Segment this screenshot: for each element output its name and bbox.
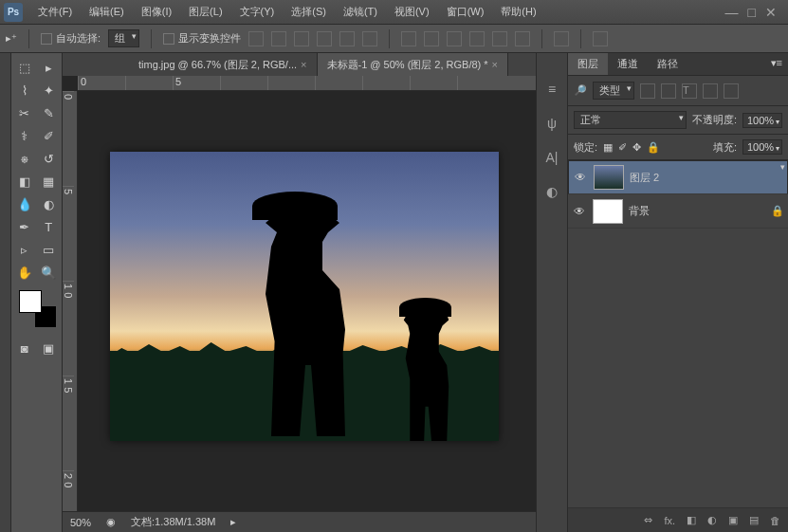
close-tab-icon[interactable]: × bbox=[492, 59, 498, 70]
fx-icon[interactable]: fx. bbox=[664, 515, 675, 526]
screenmode-tool[interactable]: ▣ bbox=[38, 338, 61, 358]
align-icon[interactable] bbox=[294, 31, 309, 46]
close-tab-icon[interactable]: × bbox=[301, 59, 306, 70]
maximize-icon[interactable]: □ bbox=[748, 5, 756, 20]
minimize-icon[interactable]: — bbox=[725, 5, 739, 20]
blend-mode-dropdown[interactable]: 正常 bbox=[574, 111, 687, 129]
filter-smart-icon[interactable] bbox=[724, 83, 739, 99]
auto-select-checkbox[interactable]: 自动选择: bbox=[41, 31, 101, 46]
filter-shape-icon[interactable] bbox=[703, 83, 718, 99]
fill-input[interactable]: 100% bbox=[742, 139, 782, 155]
shape-tool[interactable]: ▭ bbox=[38, 239, 61, 260]
close-icon[interactable]: ✕ bbox=[765, 5, 777, 20]
doc-size[interactable]: 文档:1.38M/1.38M bbox=[131, 515, 215, 529]
pen-tool[interactable]: ✒ bbox=[13, 216, 36, 237]
menu-layer[interactable]: 图层(L) bbox=[181, 2, 229, 22]
char-panel-icon[interactable]: ψ bbox=[547, 116, 557, 131]
layer-row[interactable]: 👁 图层 2 bbox=[568, 160, 788, 194]
distribute-icon[interactable] bbox=[492, 31, 507, 46]
filter-type-icon[interactable]: T bbox=[682, 83, 697, 99]
blur-tool[interactable]: 💧 bbox=[13, 193, 36, 214]
panel-menu-icon[interactable]: ▾≡ bbox=[765, 53, 788, 75]
doc-tab[interactable]: timg.jpg @ 66.7% (图层 2, RGB/...× bbox=[129, 53, 318, 76]
filter-pixel-icon[interactable] bbox=[640, 83, 655, 99]
menu-help[interactable]: 帮助(H) bbox=[493, 2, 543, 22]
group-icon[interactable]: ▣ bbox=[728, 514, 738, 526]
align-icon[interactable] bbox=[271, 31, 286, 46]
panel-tab-channels[interactable]: 通道 bbox=[608, 53, 648, 75]
show-transform-checkbox[interactable]: 显示变换控件 bbox=[163, 31, 241, 46]
quickmask-tool[interactable]: ◙ bbox=[13, 338, 36, 358]
doc-tab[interactable]: 未标题-1 @ 50% (图层 2, RGB/8) *× bbox=[318, 53, 509, 76]
layer-thumbnail[interactable] bbox=[594, 165, 624, 190]
wand-tool[interactable]: ✦ bbox=[38, 80, 61, 101]
layer-row[interactable]: 👁 背景 🔒 bbox=[568, 194, 788, 229]
lock-transparency-icon[interactable]: ▦ bbox=[603, 141, 613, 154]
canvas[interactable] bbox=[110, 152, 499, 441]
arrange-icon[interactable] bbox=[554, 31, 569, 46]
move-tool[interactable]: ▸ bbox=[38, 57, 61, 78]
paragraph-panel-icon[interactable]: A| bbox=[546, 150, 559, 165]
marquee-tool[interactable]: ⬚ bbox=[13, 57, 36, 78]
zoom-tool[interactable]: 🔍 bbox=[38, 262, 61, 283]
align-icon[interactable] bbox=[362, 31, 377, 46]
menu-image[interactable]: 图像(I) bbox=[134, 2, 179, 22]
menu-file[interactable]: 文件(F) bbox=[30, 2, 80, 22]
distribute-icon[interactable] bbox=[447, 31, 462, 46]
adjustment-icon[interactable]: ◐ bbox=[707, 514, 717, 526]
delete-icon[interactable]: 🗑 bbox=[770, 515, 780, 526]
history-panel-icon[interactable]: ≡ bbox=[548, 82, 556, 97]
link-icon[interactable]: ⇔ bbox=[644, 514, 652, 526]
history-brush-tool[interactable]: ↺ bbox=[38, 148, 61, 169]
menu-view[interactable]: 视图(V) bbox=[387, 2, 437, 22]
dodge-tool[interactable]: ◐ bbox=[38, 193, 61, 214]
visibility-icon[interactable]: 👁 bbox=[573, 171, 588, 184]
menu-select[interactable]: 选择(S) bbox=[284, 2, 334, 22]
lock-position-icon[interactable]: ✥ bbox=[632, 141, 641, 154]
type-tool[interactable]: T bbox=[38, 216, 61, 237]
crop-tool[interactable]: ✂ bbox=[13, 102, 36, 123]
color-swatches[interactable] bbox=[19, 290, 57, 328]
zoom-level[interactable]: 50% bbox=[70, 517, 91, 528]
lock-pixels-icon[interactable]: ✐ bbox=[618, 141, 627, 154]
status-icon[interactable]: ◉ bbox=[106, 516, 116, 528]
properties-panel-icon[interactable]: ◐ bbox=[546, 184, 558, 199]
visibility-icon[interactable]: 👁 bbox=[572, 205, 587, 218]
search-icon[interactable]: 🔎 bbox=[574, 84, 587, 97]
mask-icon[interactable]: ◧ bbox=[687, 514, 696, 526]
left-dock-tab[interactable] bbox=[0, 53, 11, 532]
lock-all-icon[interactable]: 🔒 bbox=[647, 141, 660, 154]
menu-type[interactable]: 文字(Y) bbox=[232, 2, 283, 22]
opacity-input[interactable]: 100% bbox=[742, 113, 782, 128]
filter-adjust-icon[interactable] bbox=[661, 83, 676, 99]
filter-type-dropdown[interactable]: 类型 bbox=[593, 82, 634, 100]
move-tool-icon[interactable]: ▸⁺ bbox=[6, 32, 17, 45]
layer-name[interactable]: 图层 2 bbox=[630, 171, 659, 185]
panel-tab-paths[interactable]: 路径 bbox=[648, 53, 687, 75]
align-icon[interactable] bbox=[339, 31, 355, 46]
distribute-icon[interactable] bbox=[401, 31, 416, 46]
eraser-tool[interactable]: ◧ bbox=[13, 171, 36, 192]
status-arrow-icon[interactable]: ▸ bbox=[230, 516, 236, 528]
path-tool[interactable]: ▹ bbox=[13, 239, 36, 260]
distribute-icon[interactable] bbox=[424, 31, 439, 46]
layer-name[interactable]: 背景 bbox=[629, 204, 650, 218]
mode-icon[interactable] bbox=[593, 31, 608, 46]
brush-tool[interactable]: ✐ bbox=[38, 125, 61, 146]
align-icon[interactable] bbox=[248, 31, 264, 46]
gradient-tool[interactable]: ▦ bbox=[38, 171, 61, 192]
layer-thumbnail[interactable] bbox=[593, 199, 623, 224]
menu-filter[interactable]: 滤镜(T) bbox=[336, 2, 385, 22]
auto-select-dropdown[interactable]: 组 bbox=[108, 29, 139, 47]
eyedropper-tool[interactable]: ✎ bbox=[38, 102, 61, 123]
menu-edit[interactable]: 编辑(E) bbox=[82, 2, 132, 22]
new-layer-icon[interactable]: ▤ bbox=[749, 514, 759, 526]
hand-tool[interactable]: ✋ bbox=[13, 262, 36, 283]
distribute-icon[interactable] bbox=[515, 31, 530, 46]
align-icon[interactable] bbox=[317, 31, 332, 46]
panel-tab-layers[interactable]: 图层 bbox=[568, 53, 608, 75]
stamp-tool[interactable]: ⎈ bbox=[13, 148, 36, 169]
menu-window[interactable]: 窗口(W) bbox=[439, 2, 492, 22]
lasso-tool[interactable]: ⌇ bbox=[13, 80, 36, 101]
distribute-icon[interactable] bbox=[469, 31, 485, 46]
